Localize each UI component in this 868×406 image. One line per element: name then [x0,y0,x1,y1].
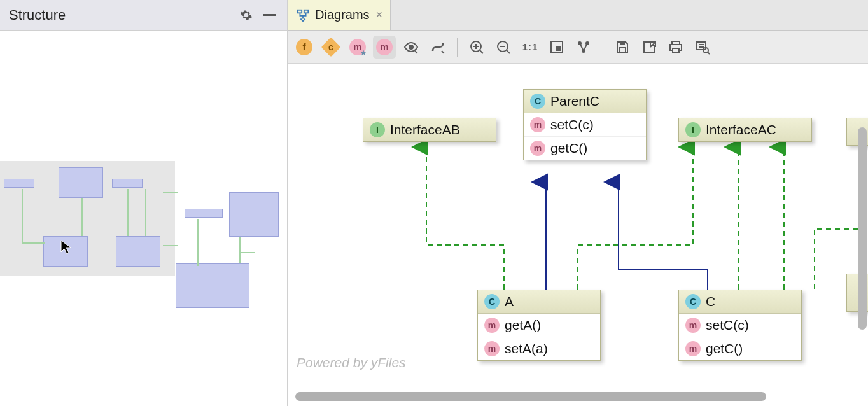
member-row: m getA() [478,314,600,337]
svg-rect-7 [556,46,561,51]
member-row: m setC(c) [524,113,646,136]
member-name: setC(c) [706,318,749,333]
svg-rect-12 [619,48,626,52]
toolbar-separator [603,38,603,57]
gear-icon[interactable] [237,6,255,24]
node-header: C C [679,290,801,314]
svg-rect-0 [263,14,276,16]
node-header: I InterfaceAC [679,118,811,141]
interface-icon: I [685,122,701,137]
actual-size-button[interactable]: 1:1 [519,36,542,59]
zoom-in-icon [469,39,484,55]
minimap-viewport [0,161,175,276]
method-icon: m [685,341,701,356]
svg-point-3 [409,45,413,49]
visibility-button[interactable] [400,36,423,59]
find-button[interactable] [691,36,714,59]
structure-header: Structure [0,0,287,31]
find-icon [695,39,710,55]
member-row: m setC(c) [679,314,801,337]
fit-icon [549,39,564,55]
structure-panel: Structure [0,0,288,406]
structure-title: Structure [9,7,237,24]
member-name: getA() [505,318,541,333]
node-parent-c[interactable]: C ParentC m setC(c) m getC() [523,89,647,160]
node-interface-ac[interactable]: I InterfaceAC [678,118,812,142]
eye-icon [403,39,419,55]
toolbar: f c m m 1:1 [288,31,868,64]
node-header: I InterfaceAB [363,118,496,141]
tab-diagrams[interactable]: Diagrams × [288,0,391,30]
toolbar-separator [457,38,458,57]
layout-button[interactable] [572,36,595,59]
zoom-in-button[interactable] [465,36,488,59]
member-name: setA(a) [505,341,548,356]
node-header: C A [478,290,600,314]
svg-rect-15 [673,48,679,53]
method-icon: m [530,141,545,156]
save-icon [615,39,630,55]
minimize-icon[interactable] [260,6,278,24]
minimap[interactable] [0,31,287,406]
node-name: C [706,294,715,309]
print-icon [668,39,683,55]
method-icon: m [530,117,545,132]
class-icon: C [685,294,701,309]
node-a[interactable]: C A m getA() m setA(a) [477,290,601,361]
node-name: ParentC [550,94,599,109]
member-row: m getC() [679,337,801,360]
powered-by-label: Powered by yFiles [297,355,406,370]
node-header: C ParentC [524,90,646,113]
method-icon: m [685,318,701,333]
zoom-out-icon [496,39,511,55]
member-name: getC() [550,141,587,156]
filter-fields-button[interactable]: f [293,36,316,59]
svg-rect-2 [304,10,308,13]
member-row: m setA(a) [478,337,600,360]
filter-constructors-button[interactable]: c [319,36,342,59]
edge-style-button[interactable] [426,36,449,59]
node-name: A [505,294,514,309]
print-button[interactable] [664,36,687,59]
diagram-panel: Diagrams × f c m m 1:1 [288,0,868,406]
class-icon: C [530,94,545,109]
export-icon [641,39,657,55]
tab-label: Diagrams [315,8,370,22]
tab-close-icon[interactable]: × [376,8,383,22]
filter-methods-star-button[interactable]: m [346,36,369,59]
tabbar: Diagrams × [288,0,868,31]
curve-icon [430,39,445,55]
member-row: m getC() [524,136,646,160]
export-button[interactable] [638,36,661,59]
save-button[interactable] [611,36,634,59]
interface-icon: I [370,122,385,137]
filter-methods-button[interactable]: m [373,36,396,59]
node-name: InterfaceAC [706,122,776,137]
cursor-icon [60,239,75,255]
diagram-canvas[interactable]: I InterfaceAB C ParentC m setC(c) m getC… [288,64,868,406]
svg-rect-11 [620,42,625,45]
layout-icon [576,39,591,55]
member-name: getC() [706,341,743,356]
method-icon: m [484,341,500,356]
node-name: InterfaceAB [390,122,460,137]
fit-content-button[interactable] [545,36,568,59]
diagram-tab-icon [296,8,310,22]
node-interface-ab[interactable]: I InterfaceAB [363,118,496,142]
vertical-scrollbar[interactable] [858,127,867,330]
zoom-out-button[interactable] [492,36,515,59]
star-overlay-icon [360,49,367,57]
member-name: setC(c) [550,117,594,132]
svg-rect-1 [298,10,302,13]
node-c[interactable]: C C m setC(c) m getC() [678,290,802,361]
method-icon: m [484,318,500,333]
class-icon: C [484,294,500,309]
horizontal-scrollbar[interactable] [295,391,849,402]
